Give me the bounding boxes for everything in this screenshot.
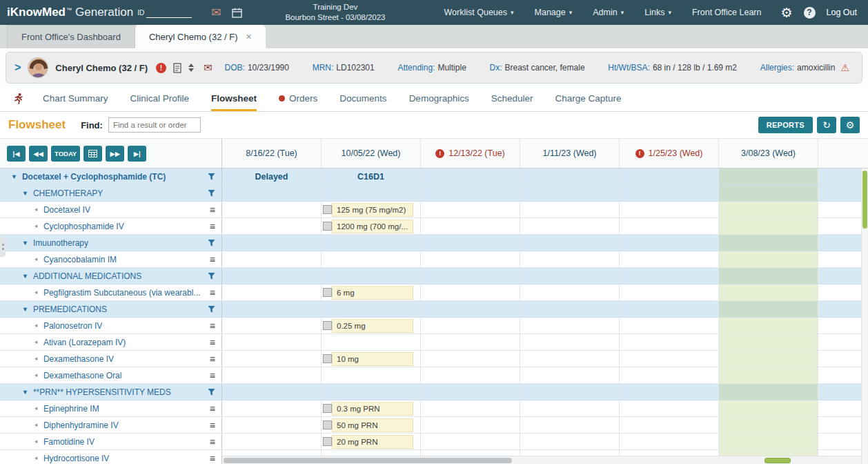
row-header-cell[interactable]: ◄Pegfilgrastim Subcutaneous (via wearabl… [0, 284, 222, 300]
tab-charge-capture[interactable]: Charge Capture [555, 86, 621, 111]
result-checkbox[interactable] [323, 288, 332, 297]
row-collapsed-icon[interactable]: ◄ [33, 405, 39, 412]
row-menu-icon[interactable]: ≡ [210, 420, 215, 430]
row-header-cell[interactable]: ◄Palonosetron IV≡ [0, 318, 222, 334]
row-collapsed-icon[interactable]: ◄ [33, 256, 39, 262]
row-menu-icon[interactable]: ≡ [210, 222, 215, 231]
id-input[interactable] [146, 8, 192, 18]
tab-cheryl-chemo-32-f[interactable]: Cheryl Chemo (32 / F)× [135, 25, 266, 48]
row-collapsed-icon[interactable]: ◄ [33, 322, 39, 329]
flowsheet-cell[interactable]: 125 mg (75 mg/m2) [322, 202, 421, 218]
last-date-button[interactable]: ▶| [128, 146, 146, 162]
result-value[interactable]: 0.25 mg [332, 319, 413, 333]
row-collapsed-icon[interactable]: ◄ [33, 289, 39, 296]
result-checkbox[interactable] [323, 222, 332, 231]
filter-icon[interactable] [208, 388, 215, 396]
row-header-cell[interactable]: ◄Epinephrine IM≡ [0, 400, 222, 416]
row-expanded-icon[interactable]: ▼ [22, 389, 28, 396]
result-value[interactable]: 6 mg [332, 286, 413, 300]
row-collapsed-icon[interactable]: ◄ [33, 455, 39, 461]
message-icon[interactable]: ✉ [204, 61, 213, 74]
close-icon[interactable]: × [246, 31, 251, 42]
row-header-cell[interactable]: ◄Diphenhydramine IV≡ [0, 417, 222, 433]
flowsheet-cell[interactable]: C16D1 [322, 168, 421, 184]
row-collapsed-icon[interactable]: ◄ [33, 422, 39, 428]
first-date-button[interactable]: |◀ [7, 146, 26, 162]
row-header-cell[interactable]: ◄Famotidine IV≡ [0, 434, 222, 450]
menu-links[interactable]: Links▾ [644, 8, 671, 17]
panel-splitter-handle[interactable] [0, 236, 6, 257]
patient-avatar[interactable] [28, 57, 48, 78]
row-header-cell[interactable]: ◄Cyclophosphamide IV≡ [0, 218, 222, 234]
row-expanded-icon[interactable]: ▼ [22, 240, 28, 246]
row-menu-icon[interactable]: ≡ [210, 354, 215, 364]
tab-documents[interactable]: Documents [339, 86, 386, 111]
flowsheet-cell[interactable]: 1200 mg (700 mg/... [322, 218, 421, 234]
row-header-cell[interactable]: ▼PREMEDICATIONS [0, 301, 222, 317]
flowsheet-cell[interactable]: 0.25 mg [322, 318, 421, 334]
row-header-cell[interactable]: ◄Cyanocobalamin IM≡ [0, 251, 222, 267]
row-header-cell[interactable]: ▼Imuunotherapy [0, 235, 222, 251]
refresh-button[interactable]: ↻ [817, 117, 836, 133]
filter-icon[interactable] [208, 173, 215, 180]
result-checkbox[interactable] [323, 437, 332, 446]
row-menu-icon[interactable]: ≡ [210, 338, 215, 347]
flowsheet-cell[interactable]: 6 mg [322, 284, 421, 300]
logout-button[interactable]: Log Out [827, 8, 857, 17]
flowsheet-settings-button[interactable]: ⚙ [840, 117, 860, 133]
row-header-cell[interactable]: ▼Docetaxel + Cyclophosphamide (TC) [0, 168, 222, 184]
prev-date-button[interactable]: ◀◀ [29, 146, 48, 162]
tab-clinical-profile[interactable]: Clinical Profile [130, 86, 190, 111]
row-header-cell[interactable]: ◄Dexamethasone Oral≡ [0, 367, 222, 383]
row-menu-icon[interactable]: ≡ [210, 321, 215, 331]
column-header-3-08-23-wed[interactable]: 3/08/23 (Wed) [719, 139, 818, 168]
row-expanded-icon[interactable]: ▼ [22, 190, 28, 197]
horizontal-scrollbar[interactable] [222, 456, 861, 464]
row-collapsed-icon[interactable]: ◄ [33, 339, 39, 345]
row-menu-icon[interactable]: ≡ [210, 205, 215, 215]
row-header-cell[interactable]: ▼ADDITIONAL MEDICATIONS [0, 268, 222, 284]
filter-icon[interactable] [208, 239, 215, 246]
column-header-12-13-22-tue[interactable]: !12/13/22 (Tue) [421, 139, 520, 168]
row-header-cell[interactable]: ◄Hydrocortisone IV≡ [0, 450, 222, 464]
row-expanded-icon[interactable]: ▼ [22, 273, 28, 280]
row-collapsed-icon[interactable]: ◄ [33, 356, 39, 362]
flowsheet-cell[interactable]: 10 mg [322, 351, 421, 367]
row-collapsed-icon[interactable]: ◄ [33, 206, 39, 213]
workflow-runner-icon[interactable] [12, 86, 25, 111]
find-input[interactable] [108, 117, 201, 133]
mail-icon[interactable]: ✉ [211, 7, 221, 19]
result-value[interactable]: 10 mg [332, 352, 413, 366]
row-header-cell[interactable]: ◄Ativan (Lorazepam IV)≡ [0, 334, 222, 350]
row-menu-icon[interactable]: ≡ [210, 454, 215, 463]
patient-notes-icon[interactable] [173, 63, 181, 73]
column-header-10-05-22-wed[interactable]: 10/05/22 (Wed) [322, 139, 421, 168]
calendar-button[interactable] [83, 146, 102, 162]
column-header-1-25-23-wed[interactable]: !1/25/23 (Wed) [620, 139, 719, 168]
row-menu-icon[interactable]: ≡ [210, 404, 215, 414]
tab-demographics[interactable]: Demographics [409, 86, 469, 111]
help-icon[interactable]: ? [804, 7, 816, 19]
next-date-button[interactable]: ▶▶ [106, 146, 124, 162]
menu-admin[interactable]: Admin▾ [593, 8, 624, 17]
banner-expand-icon[interactable]: > [14, 61, 21, 74]
tab-orders[interactable]: Orders [279, 86, 317, 111]
tab-scheduler[interactable]: Scheduler [491, 86, 533, 111]
row-menu-icon[interactable]: ≡ [210, 437, 215, 447]
filter-icon[interactable] [208, 305, 215, 313]
patient-alert-icon[interactable]: ! [156, 63, 166, 73]
row-header-cell[interactable]: ◄Dexamethasone IV≡ [0, 351, 222, 367]
row-expanded-icon[interactable]: ▼ [11, 173, 17, 180]
banner-reorder-icon[interactable] [188, 64, 194, 72]
result-value[interactable]: 1200 mg (700 mg/... [332, 220, 413, 233]
result-value[interactable]: 125 mg (75 mg/m2) [332, 203, 413, 217]
row-expanded-icon[interactable]: ▼ [22, 306, 28, 313]
tab-front-office-s-dashboard[interactable]: Front Office's Dashboard [7, 25, 135, 48]
flowsheet-cell[interactable]: 0.3 mg PRN [322, 400, 421, 416]
row-header-cell[interactable]: ▼CHEMOTHERAPY [0, 185, 222, 201]
row-collapsed-icon[interactable]: ◄ [33, 438, 39, 445]
result-checkbox[interactable] [323, 321, 332, 330]
row-header-cell[interactable]: ◄Docetaxel IV≡ [0, 202, 222, 218]
menu-worklist-queues[interactable]: Worklist Queues▾ [444, 8, 514, 17]
flowsheet-cell[interactable]: 50 mg PRN [322, 417, 421, 433]
